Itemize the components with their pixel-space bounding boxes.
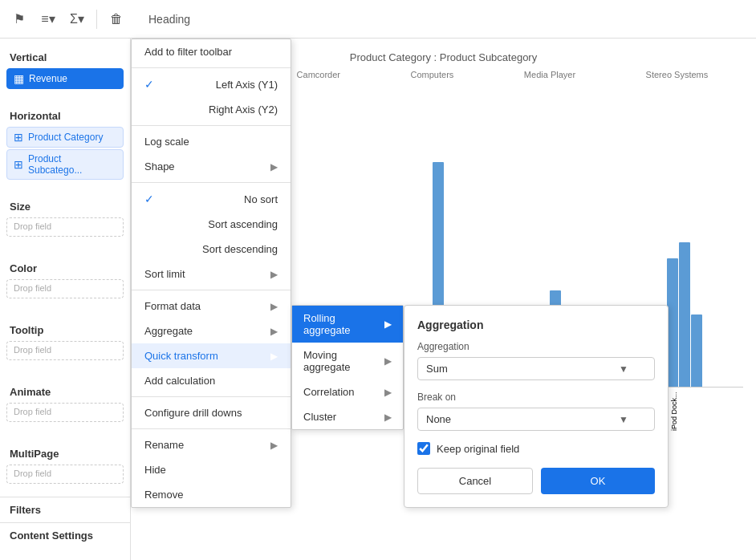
keep-original-row: Keep original field <box>417 442 655 455</box>
ctx-sort-limit-label: Sort limit <box>144 268 185 280</box>
heading-button[interactable]: Heading <box>139 10 200 29</box>
size-drop-field[interactable]: Drop field <box>6 217 124 237</box>
color-section: Color Drop field <box>0 250 130 311</box>
arrow-corr: ▶ <box>384 387 392 398</box>
arrow-icon-shape: ▶ <box>270 161 278 172</box>
flag-button[interactable]: ⚑ <box>6 6 32 32</box>
keep-original-checkbox[interactable] <box>417 442 430 455</box>
ctx-no-sort-label: No sort <box>244 193 278 205</box>
horizontal-label: Horizontal <box>0 103 130 125</box>
size-label: Size <box>0 194 130 216</box>
quick-transform-submenu: Rolling aggregate ▶ Moving aggregate ▶ C… <box>291 305 404 430</box>
arrow-icon-format: ▶ <box>270 301 278 312</box>
bar-10 <box>667 258 678 387</box>
submenu-cluster[interactable]: Cluster ▶ <box>292 404 403 429</box>
col-media-player: Media Player <box>524 70 575 79</box>
animate-drop-field[interactable]: Drop field <box>6 403 124 422</box>
col-computers: Computers <box>411 70 454 79</box>
ctx-remove[interactable]: Remove <box>132 482 291 507</box>
ctx-format-data-label: Format data <box>144 300 201 312</box>
product-category-pill[interactable]: ⊞ Product Category <box>6 127 124 148</box>
ctx-remove-label: Remove <box>144 489 183 501</box>
col-camcorder: Camcorder <box>297 70 340 79</box>
agg-break-on-wrapper: None ▼ <box>417 408 655 431</box>
ctx-add-calc[interactable]: Add calculation <box>132 368 291 393</box>
agg-panel-title: Aggregation <box>417 319 655 331</box>
cancel-button[interactable]: Cancel <box>417 468 533 494</box>
trash-button[interactable]: 🗑 <box>104 6 129 32</box>
arrow-icon-rename: ▶ <box>270 440 278 451</box>
ctx-hide-label: Hide <box>144 464 166 476</box>
check-icon: ✓ <box>144 78 154 91</box>
ctx-configure-drill-label: Configure drill downs <box>144 407 242 419</box>
arrow-icon-sort-limit: ▶ <box>270 269 278 280</box>
vertical-section: Vertical ▦ Revenue <box>0 39 130 97</box>
agg-select-dropdown-icon: ▼ <box>619 363 628 375</box>
moving-agg-label: Moving aggregate <box>303 349 384 373</box>
ctx-add-calc-label: Add calculation <box>144 375 215 387</box>
arrow-cluster: ▶ <box>384 412 392 423</box>
color-label: Color <box>0 256 130 278</box>
agg-aggregation-label: Aggregation <box>417 341 655 352</box>
check-icon-sort: ✓ <box>144 193 154 205</box>
ctx-right-axis[interactable]: Right Axis (Y2) <box>132 97 291 122</box>
size-section: Size Drop field <box>0 188 130 250</box>
ctx-quick-transform[interactable]: Quick transform ▶ <box>132 343 291 368</box>
ok-button[interactable]: OK <box>541 468 655 494</box>
ctx-quick-transform-label: Quick transform <box>144 350 218 362</box>
agg-break-on-select[interactable]: None ▼ <box>417 408 655 431</box>
context-menu: Add to filter toolbar ✓ Left Axis (Y1) R… <box>131 39 291 508</box>
agg-break-on-value: None <box>426 413 451 425</box>
ctx-sort-desc-label: Sort descending <box>202 243 278 255</box>
bar-12 <box>691 314 702 387</box>
ctx-sort-desc[interactable]: Sort descending <box>132 237 291 262</box>
ctx-aggregate-label: Aggregate <box>144 325 193 337</box>
ctx-log-scale-label: Log scale <box>144 136 189 148</box>
ctx-sort-limit[interactable]: Sort limit ▶ <box>132 262 291 286</box>
submenu-moving-agg[interactable]: Moving aggregate ▶ <box>292 343 403 379</box>
submenu-rolling-agg[interactable]: Rolling aggregate ▶ <box>292 306 403 343</box>
product-subcategory-pill[interactable]: ⊞ Product Subcatego... <box>6 149 124 180</box>
ctx-log-scale[interactable]: Log scale <box>132 129 291 154</box>
x-label-8: iPod Dock... <box>670 388 743 436</box>
separator-4 <box>132 290 291 290</box>
revenue-pill[interactable]: ▦ Revenue <box>6 68 124 89</box>
agg-buttons: Cancel OK <box>417 468 655 494</box>
keep-original-label: Keep original field <box>437 443 519 455</box>
multipage-label: MultiPage <box>0 441 130 463</box>
ctx-configure-drill[interactable]: Configure drill downs <box>132 400 291 425</box>
ctx-hide[interactable]: Hide <box>132 457 291 482</box>
filters-label: Filters <box>0 497 130 522</box>
cluster-label: Cluster <box>303 411 336 423</box>
agg-aggregation-value: Sum <box>426 363 448 375</box>
multipage-drop-field[interactable]: Drop field <box>6 465 124 484</box>
ctx-rename[interactable]: Rename ▶ <box>132 432 291 457</box>
tooltip-drop-field[interactable]: Drop field <box>6 341 124 360</box>
bar-icon: ▦ <box>14 72 24 85</box>
submenu-correlation[interactable]: Correlation ▶ <box>292 379 403 404</box>
ctx-format-data[interactable]: Format data ▶ <box>132 294 291 319</box>
animate-section: Animate Drop field <box>0 373 130 435</box>
ctx-no-sort[interactable]: ✓ No sort <box>132 186 291 212</box>
content-settings-label: Content Settings <box>0 522 130 548</box>
rolling-agg-label: Rolling aggregate <box>303 312 384 336</box>
ctx-shape[interactable]: Shape ▶ <box>132 154 291 179</box>
ctx-rename-label: Rename <box>144 439 184 451</box>
ctx-add-filter[interactable]: Add to filter toolbar <box>132 39 291 64</box>
agg-select-wrapper: Sum ▼ <box>417 357 655 380</box>
sigma-button[interactable]: Σ▾ <box>64 6 90 32</box>
color-drop-field[interactable]: Drop field <box>6 279 124 298</box>
agg-aggregation-select[interactable]: Sum ▼ <box>417 357 655 380</box>
arrow-icon-agg: ▶ <box>270 326 278 337</box>
list-button[interactable]: ≡▾ <box>35 6 61 32</box>
ctx-aggregate[interactable]: Aggregate ▶ <box>132 319 291 343</box>
ctx-shape-label: Shape <box>144 160 175 172</box>
ctx-sort-asc[interactable]: Sort ascending <box>132 212 291 237</box>
table-icon2: ⊞ <box>14 158 23 171</box>
col-stereo: Stereo Systems <box>646 70 709 79</box>
ctx-right-axis-label: Right Axis (Y2) <box>209 103 278 116</box>
correlation-label: Correlation <box>303 386 355 398</box>
left-panel: Vertical ▦ Revenue Horizontal ⊞ Product … <box>0 39 131 560</box>
ctx-left-axis[interactable]: ✓ Left Axis (Y1) <box>132 71 291 97</box>
vertical-label: Vertical <box>0 45 130 67</box>
